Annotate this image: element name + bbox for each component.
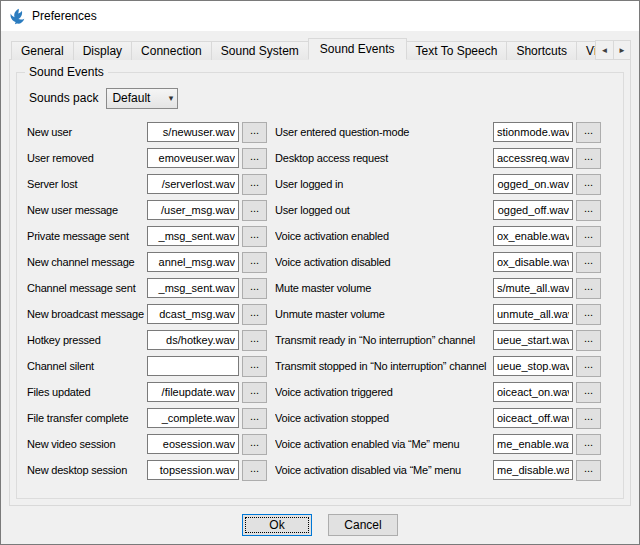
sound-file-input[interactable]: [493, 226, 573, 246]
sound-event-label: Voice activation enabled: [275, 230, 493, 242]
sound-event-row: New user...: [27, 119, 267, 145]
browse-button[interactable]: ...: [242, 434, 267, 455]
sound-file-input[interactable]: [493, 434, 573, 454]
title-bar[interactable]: Preferences: [1, 1, 639, 31]
tab-sound-events[interactable]: Sound Events: [308, 38, 407, 60]
browse-button[interactable]: ...: [242, 174, 267, 195]
sound-event-row: Desktop access request...: [275, 145, 617, 171]
browse-button[interactable]: ...: [242, 330, 267, 351]
browse-button[interactable]: ...: [242, 356, 267, 377]
browse-button[interactable]: ...: [576, 356, 601, 377]
sound-event-row: Hotkey pressed...: [27, 327, 267, 353]
sound-event-row: Voice activation enabled via “Me” menu..…: [275, 431, 617, 457]
sound-event-label: New channel message: [27, 256, 147, 268]
sound-file-input[interactable]: [147, 122, 239, 142]
sound-file-input[interactable]: [493, 148, 573, 168]
sound-event-label: Transmit stopped in “No interruption” ch…: [275, 360, 493, 372]
browse-button[interactable]: ...: [242, 382, 267, 403]
sound-file-input[interactable]: [493, 382, 573, 402]
browse-button[interactable]: ...: [242, 252, 267, 273]
sound-file-input[interactable]: [493, 278, 573, 298]
sound-file-input[interactable]: [147, 382, 239, 402]
sound-event-row: Transmit stopped in “No interruption” ch…: [275, 353, 617, 379]
sound-event-label: User logged in: [275, 178, 493, 190]
sound-event-label: New user: [27, 126, 147, 138]
sound-event-label: New broadcast message: [27, 308, 147, 320]
tab-scroll-right-button[interactable]: ►: [613, 41, 630, 59]
sound-file-input[interactable]: [147, 200, 239, 220]
browse-button[interactable]: ...: [242, 408, 267, 429]
sound-event-label: Channel message sent: [27, 282, 147, 294]
ok-button[interactable]: Ok: [242, 514, 312, 536]
browse-button[interactable]: ...: [576, 226, 601, 247]
sound-event-row: New user message...: [27, 197, 267, 223]
sound-event-row: Voice activation stopped...: [275, 405, 617, 431]
sound-file-input[interactable]: [493, 122, 573, 142]
browse-button[interactable]: ...: [576, 408, 601, 429]
sound-event-row: File transfer complete...: [27, 405, 267, 431]
sound-event-label: Desktop access request: [275, 152, 493, 164]
sound-file-input[interactable]: [493, 330, 573, 350]
sound-file-input[interactable]: [147, 226, 239, 246]
sound-file-input[interactable]: [493, 304, 573, 324]
sound-event-label: User entered question-mode: [275, 126, 493, 138]
browse-button[interactable]: ...: [242, 460, 267, 481]
browse-button[interactable]: ...: [576, 252, 601, 273]
tab-text-to-speech[interactable]: Text To Speech: [406, 41, 508, 60]
sound-event-row: New desktop session...: [27, 457, 267, 483]
sound-file-input[interactable]: [147, 434, 239, 454]
browse-button[interactable]: ...: [576, 434, 601, 455]
sound-file-input[interactable]: [493, 252, 573, 272]
browse-button[interactable]: ...: [576, 330, 601, 351]
chevron-down-icon: ▾: [169, 93, 178, 103]
sound-event-row: Channel silent...: [27, 353, 267, 379]
sounds-pack-select[interactable]: Default ▾: [106, 88, 178, 109]
browse-button[interactable]: ...: [242, 148, 267, 169]
tab-sound-system[interactable]: Sound System: [211, 41, 309, 60]
browse-button[interactable]: ...: [576, 460, 601, 481]
sound-file-input[interactable]: [493, 200, 573, 220]
tab-connection[interactable]: Connection: [131, 41, 212, 60]
sound-file-input[interactable]: [147, 278, 239, 298]
browse-button[interactable]: ...: [576, 278, 601, 299]
sound-event-row: New video session...: [27, 431, 267, 457]
sound-file-input[interactable]: [147, 148, 239, 168]
browse-button[interactable]: ...: [576, 304, 601, 325]
sound-file-input[interactable]: [147, 356, 239, 376]
browse-button[interactable]: ...: [242, 226, 267, 247]
browse-button[interactable]: ...: [576, 382, 601, 403]
browse-button[interactable]: ...: [576, 200, 601, 221]
tab-display[interactable]: Display: [73, 41, 132, 60]
sound-event-row: User entered question-mode...: [275, 119, 617, 145]
browse-button[interactable]: ...: [242, 278, 267, 299]
browse-button[interactable]: ...: [576, 174, 601, 195]
tab-general[interactable]: General: [11, 41, 74, 60]
browse-button[interactable]: ...: [242, 122, 267, 143]
sound-file-input[interactable]: [493, 408, 573, 428]
sound-file-input[interactable]: [147, 460, 239, 480]
tab-scroll-left-button[interactable]: ◄: [596, 41, 613, 59]
sound-event-label: New video session: [27, 438, 147, 450]
sound-file-input[interactable]: [147, 174, 239, 194]
sound-event-label: Unmute master volume: [275, 308, 493, 320]
sound-file-input[interactable]: [493, 460, 573, 480]
preferences-dialog: Preferences GeneralDisplayConnectionSoun…: [0, 0, 640, 545]
sound-file-input[interactable]: [493, 174, 573, 194]
sound-event-label: File transfer complete: [27, 412, 147, 424]
event-columns: New user...User removed...Server lost...…: [27, 119, 617, 483]
cancel-button[interactable]: Cancel: [328, 514, 398, 536]
sound-event-label: Hotkey pressed: [27, 334, 147, 346]
tab-shortcuts[interactable]: Shortcuts: [506, 41, 577, 60]
browse-button[interactable]: ...: [242, 304, 267, 325]
sound-file-input[interactable]: [493, 356, 573, 376]
sound-file-input[interactable]: [147, 252, 239, 272]
sound-file-input[interactable]: [147, 304, 239, 324]
sound-file-input[interactable]: [147, 408, 239, 428]
sound-file-input[interactable]: [147, 330, 239, 350]
browse-button[interactable]: ...: [576, 148, 601, 169]
browse-button[interactable]: ...: [242, 200, 267, 221]
event-column-right: User entered question-mode...Desktop acc…: [267, 119, 617, 483]
browse-button[interactable]: ...: [576, 122, 601, 143]
event-column-left: New user...User removed...Server lost...…: [27, 119, 267, 483]
sound-event-label: New desktop session: [27, 464, 147, 476]
